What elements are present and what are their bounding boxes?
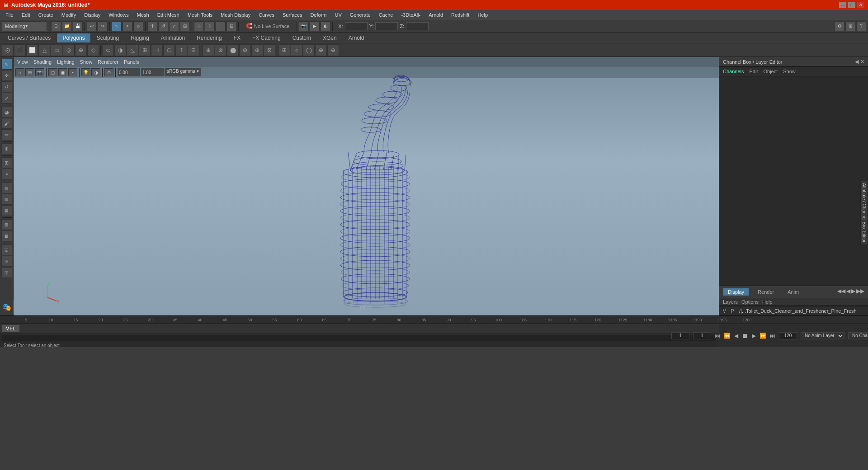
rp-btn1[interactable]: ◀◀ (837, 288, 845, 296)
layer-p-label[interactable]: P (731, 309, 737, 314)
tab-rendering[interactable]: Rendering (191, 33, 227, 43)
vp-iso-btn[interactable]: ⊙ (104, 68, 113, 76)
vp-value1-input[interactable] (118, 68, 140, 76)
snap-grid-button[interactable]: ⊹ (194, 21, 204, 31)
menu-windows[interactable]: Windows (105, 11, 132, 19)
minimize-button[interactable]: — (839, 2, 846, 8)
paint-select-button[interactable]: ⌾ (133, 21, 143, 31)
reduce-btn[interactable]: ⊘ (239, 44, 251, 56)
ipr-button[interactable]: ◐ (321, 21, 330, 31)
scale-tool-button[interactable]: ⤢ (169, 21, 179, 31)
rp-tab-anim[interactable]: Anim (783, 288, 804, 296)
next-keyframe-btn[interactable]: ⏭ (770, 333, 775, 339)
extrude-btn[interactable]: ⤒ (175, 44, 187, 56)
play-fwd-btn[interactable]: ▶ (752, 333, 756, 339)
help-icon-button[interactable]: ? (856, 21, 866, 31)
rp-btn4[interactable]: ▶▶ (856, 288, 864, 296)
menu-uv[interactable]: UV (331, 11, 345, 19)
layer-btn3[interactable]: ▦ (1, 205, 12, 216)
menu-deform[interactable]: Deform (307, 11, 330, 19)
combine-btn[interactable]: ⊂ (102, 44, 114, 56)
menu-display[interactable]: Display (80, 11, 104, 19)
menu-arnold[interactable]: Arnold (425, 11, 447, 19)
show-manip-left[interactable]: ⊕ (1, 143, 12, 154)
snap-curve-button[interactable]: ⌇ (205, 21, 215, 31)
vp-lights-btn[interactable]: 💡 (81, 68, 90, 76)
menu-create[interactable]: Create (35, 11, 57, 19)
vp-shading-menu[interactable]: Shading (33, 59, 52, 65)
play-back-btn[interactable]: ◀ (734, 333, 738, 339)
loop-sel-btn[interactable]: ○ (291, 44, 302, 56)
wedge-btn[interactable]: ⊠ (264, 44, 275, 56)
lasso-select-button[interactable]: ⌖ (123, 21, 132, 31)
layer-btn[interactable]: ▤ (1, 183, 12, 193)
z-axis-input[interactable] (406, 22, 429, 30)
menu-edit[interactable]: Edit (18, 11, 34, 19)
menu-file[interactable]: File (2, 11, 17, 19)
tab-fx[interactable]: FX (228, 33, 246, 43)
settings-button[interactable]: ⚙ (835, 21, 844, 31)
layer-btn2[interactable]: ▥ (1, 194, 12, 205)
plane-icon-btn[interactable]: ▭ (51, 44, 62, 56)
layer-v-label[interactable]: V (723, 309, 729, 314)
rp-tab-edit[interactable]: Edit (749, 69, 758, 74)
frame-end-input[interactable] (779, 332, 797, 339)
select-all-btn[interactable]: ⊞ (278, 44, 290, 56)
tab-sculpting[interactable]: Sculpting (91, 33, 125, 43)
cone-icon-btn[interactable]: △ (38, 44, 50, 56)
tab-polygons[interactable]: Polygons (57, 33, 90, 43)
rp-tab-render[interactable]: Render (753, 288, 779, 296)
camera-button[interactable]: 📷 (299, 21, 309, 31)
new-scene-button[interactable]: 🗋 (51, 21, 61, 31)
vp-home-btn[interactable]: ⌂ (15, 68, 24, 76)
x-axis-input[interactable] (345, 22, 368, 30)
vp-shadows-btn[interactable]: ◑ (91, 68, 100, 76)
mel-tab[interactable]: MEL (2, 325, 19, 332)
rotate-tool-left[interactable]: ↺ (1, 81, 12, 92)
menu-cache[interactable]: Cache (375, 11, 397, 19)
frame-current-input[interactable] (693, 332, 711, 339)
character-set-dropdown[interactable]: No Character Set (848, 332, 868, 339)
tab-curves-surfaces[interactable]: Curves / Surfaces (2, 33, 57, 43)
tab-rigging[interactable]: Rigging (125, 33, 155, 43)
bridge-btn[interactable]: ⊟ (188, 44, 199, 56)
prev-keyframe-btn[interactable]: ⏮ (715, 333, 720, 339)
menu-mesh-tools[interactable]: Mesh Tools (184, 11, 216, 19)
snapshot-btn[interactable]: ▩ (1, 230, 12, 241)
tab-arnold[interactable]: Arnold (343, 33, 370, 43)
vp-cam-btn[interactable]: 📷 (35, 68, 44, 76)
vp-fit-btn[interactable]: ⊞ (25, 68, 34, 76)
cube-icon-btn[interactable]: ⬛ (14, 44, 26, 56)
rp-subtab-options[interactable]: Options (741, 299, 759, 305)
poke-btn[interactable]: ⊛ (251, 44, 263, 56)
rp-collapse-icon[interactable]: ◀ (855, 59, 859, 65)
render-region-btn[interactable]: ▨ (1, 219, 12, 230)
stop-btn[interactable]: ⏹ (742, 332, 748, 339)
prism-icon-btn[interactable]: ◇ (87, 44, 99, 56)
snap-point-button[interactable]: · (216, 21, 226, 31)
quad-btn[interactable]: ⊞ (139, 44, 151, 56)
rp-tab-object[interactable]: Object (763, 69, 778, 74)
transform-tool-button[interactable]: ⊞ (180, 21, 190, 31)
sculpt-left[interactable]: ✏ (1, 129, 12, 140)
vp-view-menu[interactable]: View (17, 59, 28, 65)
workspace-button[interactable]: ⊞ (845, 21, 855, 31)
anim-layer-dropdown[interactable]: No Anim Layer (801, 332, 844, 339)
next-frame-btn[interactable]: ⏩ (760, 333, 766, 339)
menu-help[interactable]: Help (474, 11, 491, 19)
sphere-icon-btn[interactable]: ⊙ (2, 44, 14, 56)
grow-sel-btn[interactable]: ⊕ (315, 44, 327, 56)
attribute-editor-tab[interactable]: Attribute / Channel Box Editor (860, 181, 868, 245)
select-tool-left[interactable]: ↖ (1, 59, 12, 70)
triangulate-btn[interactable]: ◺ (127, 44, 138, 56)
vp-gamma-dropdown[interactable]: sRGB gamma ▾ (165, 68, 201, 76)
cylinder-icon-btn[interactable]: ⬜ (26, 44, 38, 56)
tab-xgen[interactable]: XGen (317, 33, 343, 43)
move-tool-button[interactable]: ✛ (147, 21, 157, 31)
disk-icon-btn[interactable]: ⊕ (75, 44, 87, 56)
tab-animation[interactable]: Animation (155, 33, 191, 43)
vp-smooth-btn[interactable]: ◼ (58, 68, 67, 76)
menu-modify[interactable]: Modify (58, 11, 80, 19)
rp-btn3[interactable]: ▶ (851, 288, 855, 296)
rotate-tool-button[interactable]: ↺ (158, 21, 168, 31)
